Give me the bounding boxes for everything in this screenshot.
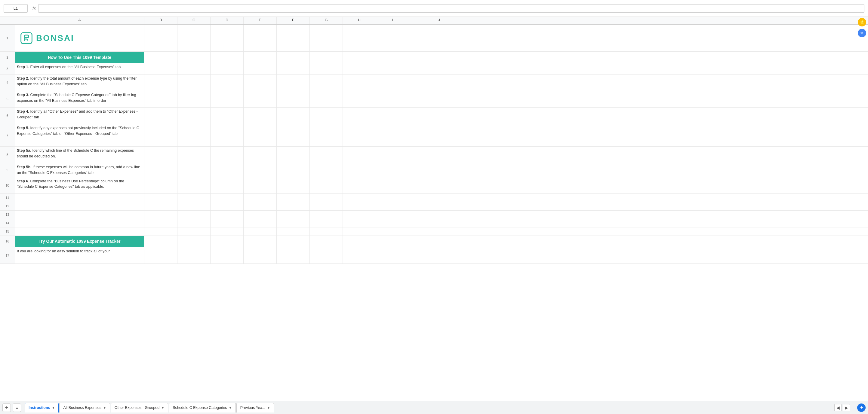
cell-6j[interactable] bbox=[409, 108, 469, 124]
cell-17i[interactable] bbox=[376, 247, 409, 264]
cell-9g[interactable] bbox=[310, 163, 343, 177]
cell-12c[interactable] bbox=[178, 202, 211, 210]
cell-10d[interactable] bbox=[211, 177, 244, 194]
cell-6g[interactable] bbox=[310, 108, 343, 124]
col-header-f[interactable]: F bbox=[277, 17, 310, 24]
cell-4h[interactable] bbox=[343, 74, 376, 91]
cell-7j[interactable] bbox=[409, 124, 469, 146]
cell-5h[interactable] bbox=[343, 91, 376, 107]
cell-13e[interactable] bbox=[244, 211, 277, 219]
col-header-j[interactable]: J bbox=[409, 17, 469, 24]
how-to-use-header[interactable]: How To Use This 1099 Template bbox=[15, 52, 144, 63]
cell-7a[interactable]: Step 5. Identify any expenses not previo… bbox=[15, 124, 144, 146]
cell-11j[interactable] bbox=[409, 194, 469, 202]
cell-16i[interactable] bbox=[376, 236, 409, 247]
cell-11f[interactable] bbox=[277, 194, 310, 202]
tab-other-expenses[interactable]: Other Expenses - Grouped ▼ bbox=[111, 403, 168, 413]
cell-10a[interactable]: Step 6. Complete the "Business Use Perce… bbox=[15, 177, 144, 194]
cell-8f[interactable] bbox=[277, 147, 310, 163]
cell-12f[interactable] bbox=[277, 202, 310, 210]
cell-15b[interactable] bbox=[144, 228, 178, 236]
cell-4j[interactable] bbox=[409, 74, 469, 91]
cell-17f[interactable] bbox=[277, 247, 310, 264]
cell-2h[interactable] bbox=[343, 52, 376, 63]
cell-4i[interactable] bbox=[376, 74, 409, 91]
cell-6i[interactable] bbox=[376, 108, 409, 124]
cell-17b[interactable] bbox=[144, 247, 178, 264]
cell-12e[interactable] bbox=[244, 202, 277, 210]
cell-10g[interactable] bbox=[310, 177, 343, 194]
cell-2g[interactable] bbox=[310, 52, 343, 63]
cell-12g[interactable] bbox=[310, 202, 343, 210]
cell-15j[interactable] bbox=[409, 228, 469, 236]
cell-5j[interactable] bbox=[409, 91, 469, 107]
cell-14b[interactable] bbox=[144, 219, 178, 227]
cell-8e[interactable] bbox=[244, 147, 277, 163]
cell-13d[interactable] bbox=[211, 211, 244, 219]
cell-13c[interactable] bbox=[178, 211, 211, 219]
cell-8i[interactable] bbox=[376, 147, 409, 163]
cell-14f[interactable] bbox=[277, 219, 310, 227]
cell-2i[interactable] bbox=[376, 52, 409, 63]
cell-10e[interactable] bbox=[244, 177, 277, 194]
cell-17j[interactable] bbox=[409, 247, 469, 264]
cell-10h[interactable] bbox=[343, 177, 376, 194]
cell-3j[interactable] bbox=[409, 63, 469, 74]
cell-15g[interactable] bbox=[310, 228, 343, 236]
cell-9h[interactable] bbox=[343, 163, 376, 177]
cell-4d[interactable] bbox=[211, 74, 244, 91]
cell-6d[interactable] bbox=[211, 108, 244, 124]
cell-1d[interactable] bbox=[211, 25, 244, 51]
cell-14g[interactable] bbox=[310, 219, 343, 227]
cell-6b[interactable] bbox=[144, 108, 178, 124]
cell-16e[interactable] bbox=[244, 236, 277, 247]
cell-15i[interactable] bbox=[376, 228, 409, 236]
cell-3e[interactable] bbox=[244, 63, 277, 74]
cell-1g[interactable] bbox=[310, 25, 343, 51]
cell-11e[interactable] bbox=[244, 194, 277, 202]
tab-nav-next-button[interactable]: ▶ bbox=[843, 404, 850, 411]
cell-14a[interactable] bbox=[15, 219, 144, 227]
cell-9f[interactable] bbox=[277, 163, 310, 177]
cell-3f[interactable] bbox=[277, 63, 310, 74]
col-header-h[interactable]: H bbox=[343, 17, 376, 24]
cell-17c[interactable] bbox=[178, 247, 211, 264]
cell-11i[interactable] bbox=[376, 194, 409, 202]
cell-3g[interactable] bbox=[310, 63, 343, 74]
cell-6c[interactable] bbox=[178, 108, 211, 124]
cell-9b[interactable] bbox=[144, 163, 178, 177]
cell-10j[interactable] bbox=[409, 177, 469, 194]
cell-4g[interactable] bbox=[310, 74, 343, 91]
cell-3h[interactable] bbox=[343, 63, 376, 74]
cell-17g[interactable] bbox=[310, 247, 343, 264]
cell-7b[interactable] bbox=[144, 124, 178, 146]
blue-side-button[interactable]: ✏ bbox=[858, 29, 866, 37]
cell-11b[interactable] bbox=[144, 194, 178, 202]
cell-17d[interactable] bbox=[211, 247, 244, 264]
cell-15a[interactable] bbox=[15, 228, 144, 236]
cell-9j[interactable] bbox=[409, 163, 469, 177]
cell-16g[interactable] bbox=[310, 236, 343, 247]
cell-10i[interactable] bbox=[376, 177, 409, 194]
cell-14j[interactable] bbox=[409, 219, 469, 227]
formula-input[interactable] bbox=[38, 4, 864, 12]
cell-4f[interactable] bbox=[277, 74, 310, 91]
cell-5i[interactable] bbox=[376, 91, 409, 107]
cell-reference[interactable]: L1 bbox=[4, 4, 28, 12]
cell-15c[interactable] bbox=[178, 228, 211, 236]
cell-7d[interactable] bbox=[211, 124, 244, 146]
cell-10c[interactable] bbox=[178, 177, 211, 194]
cell-14i[interactable] bbox=[376, 219, 409, 227]
cell-15f[interactable] bbox=[277, 228, 310, 236]
cell-6a[interactable]: Step 4. Identify all "Other Expenses" an… bbox=[15, 108, 144, 124]
cell-7f[interactable] bbox=[277, 124, 310, 146]
cell-2e[interactable] bbox=[244, 52, 277, 63]
cell-12a[interactable] bbox=[15, 202, 144, 210]
explore-button[interactable]: ✦ bbox=[857, 404, 866, 412]
cell-9i[interactable] bbox=[376, 163, 409, 177]
cell-4c[interactable] bbox=[178, 74, 211, 91]
cell-14h[interactable] bbox=[343, 219, 376, 227]
cell-12j[interactable] bbox=[409, 202, 469, 210]
col-header-e[interactable]: E bbox=[244, 17, 277, 24]
cell-13f[interactable] bbox=[277, 211, 310, 219]
